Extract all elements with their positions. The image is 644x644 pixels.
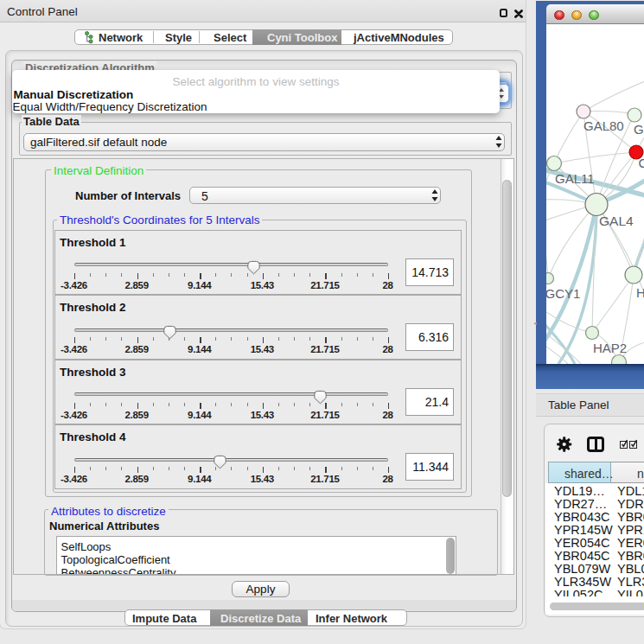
svg-text:GCY1: GCY1 [546,286,580,301]
svg-text:GA: GA [634,122,644,137]
svg-text:H: H [636,285,644,300]
svg-text:HAP2: HAP2 [593,341,627,355]
svg-text:GAL4: GAL4 [599,214,634,228]
svg-text:C: C [639,156,644,170]
svg-text:GAL80: GAL80 [583,118,624,133]
svg-text:GAL11: GAL11 [555,171,595,186]
